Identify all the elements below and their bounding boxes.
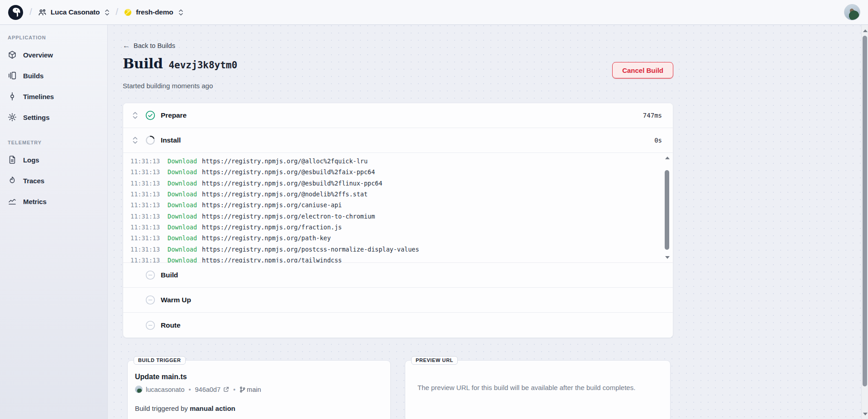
build-status-subtitle: Started building moments ago bbox=[123, 82, 673, 90]
user-avatar[interactable] bbox=[844, 4, 860, 20]
author-avatar bbox=[135, 386, 143, 393]
scroll-down-arrow[interactable] bbox=[862, 411, 868, 417]
log-level: Download bbox=[168, 180, 197, 187]
step-row-build[interactable]: Build bbox=[123, 263, 673, 288]
branch-name: main bbox=[247, 386, 261, 393]
step-label: Route bbox=[161, 321, 180, 329]
chevrons-up-down-icon[interactable] bbox=[132, 136, 138, 145]
project-switcher[interactable]: fresh-demo bbox=[124, 8, 183, 16]
card-label: PREVIEW URL bbox=[411, 356, 458, 365]
external-link-icon bbox=[223, 386, 229, 392]
log-message: https://registry.npmjs.org/tailwindcss bbox=[202, 257, 342, 262]
sidebar-item-logs[interactable]: Logs bbox=[0, 149, 107, 170]
trigger-type: manual action bbox=[190, 405, 235, 412]
step-duration: 0s bbox=[654, 137, 662, 144]
page-scrollbar[interactable] bbox=[861, 25, 868, 419]
log-level: Download bbox=[168, 213, 197, 220]
file-text-icon bbox=[8, 155, 17, 164]
step-row-warm-up[interactable]: Warm Up bbox=[123, 288, 673, 313]
card-label: BUILD TRIGGER bbox=[134, 356, 186, 365]
commit-sha: 946a0d7 bbox=[195, 386, 221, 393]
chevrons-up-down-icon[interactable] bbox=[132, 111, 138, 120]
git-branch-icon bbox=[240, 386, 245, 393]
log-line: 11:31:13Downloadhttps://registry.npmjs.o… bbox=[130, 156, 662, 167]
minus-circle-icon bbox=[145, 320, 155, 330]
back-to-builds-link[interactable]: ← Back to Builds bbox=[123, 42, 175, 50]
step-row-route[interactable]: Route bbox=[123, 313, 673, 338]
log-level: Download bbox=[168, 224, 197, 231]
main-content: ← Back to Builds Build 4evzj3k8ytm0 Canc… bbox=[108, 25, 868, 419]
step-label: Warm Up bbox=[161, 296, 191, 304]
log-message: https://registry.npmjs.org/caniuse-api bbox=[202, 201, 342, 209]
page-title: Build bbox=[123, 56, 163, 71]
log-level: Download bbox=[168, 257, 197, 262]
log-timestamp: 11:31:13 bbox=[130, 190, 160, 198]
sidebar-item-label: Metrics bbox=[23, 198, 47, 205]
minus-circle-icon bbox=[145, 270, 155, 280]
panels-icon bbox=[8, 71, 17, 80]
log-message: https://registry.npmjs.org/@esbuild%2fli… bbox=[202, 180, 382, 187]
trigger-description: Build triggered by manual action bbox=[135, 405, 383, 412]
users-icon bbox=[38, 8, 47, 17]
log-scrollbar[interactable] bbox=[664, 154, 671, 262]
log-timestamp: 11:31:13 bbox=[130, 180, 160, 187]
back-arrow-icon: ← bbox=[123, 42, 130, 50]
sidebar-item-settings[interactable]: Settings bbox=[0, 107, 107, 128]
step-label: Prepare bbox=[161, 111, 187, 119]
log-line: 11:31:13Downloadhttps://registry.npmjs.o… bbox=[130, 255, 662, 262]
sidebar-item-timelines[interactable]: Timelines bbox=[0, 86, 107, 107]
flame-icon bbox=[8, 176, 17, 185]
scroll-up-arrow[interactable] bbox=[664, 155, 671, 161]
sidebar-item-metrics[interactable]: Metrics bbox=[0, 191, 107, 212]
sidebar-item-label: Timelines bbox=[23, 93, 54, 100]
log-timestamp: 11:31:13 bbox=[130, 157, 160, 165]
log-timestamp: 11:31:13 bbox=[130, 246, 160, 253]
minus-circle-icon bbox=[145, 295, 155, 305]
log-message: https://registry.npmjs.org/@nodelib%2ffs… bbox=[202, 190, 368, 198]
log-scrollbar-thumb[interactable] bbox=[665, 170, 669, 250]
build-trigger-card: BUILD TRIGGER Update main.ts lucacasonat… bbox=[127, 360, 391, 419]
org-switcher[interactable]: Luca Casonato bbox=[38, 8, 110, 17]
sidebar-section-telemetry: TELEMETRY bbox=[0, 135, 107, 149]
breadcrumb-separator: / bbox=[115, 6, 118, 17]
sidebar-item-overview[interactable]: Overview bbox=[0, 44, 107, 65]
branch-label: main bbox=[240, 386, 261, 393]
log-line: 11:31:13Downloadhttps://registry.npmjs.o… bbox=[130, 233, 662, 243]
step-row-prepare[interactable]: Prepare 747ms bbox=[123, 103, 673, 128]
spinner-icon bbox=[145, 135, 155, 145]
step-row-install[interactable]: Install 0s bbox=[123, 128, 673, 153]
log-line: 11:31:13Downloadhttps://registry.npmjs.o… bbox=[130, 243, 662, 254]
sidebar-item-label: Logs bbox=[23, 156, 39, 164]
cube-icon bbox=[8, 50, 17, 59]
build-id: 4evzj3k8ytm0 bbox=[168, 60, 237, 71]
log-timestamp: 11:31:13 bbox=[130, 201, 160, 209]
install-log: 11:31:13Downloadhttps://registry.npmjs.o… bbox=[123, 153, 662, 262]
log-level: Download bbox=[168, 168, 197, 176]
step-duration: 747ms bbox=[643, 112, 662, 119]
log-timestamp: 11:31:13 bbox=[130, 257, 160, 262]
sidebar-item-traces[interactable]: Traces bbox=[0, 170, 107, 191]
chevron-up-down-icon bbox=[178, 9, 183, 16]
install-log-area: 11:31:13Downloadhttps://registry.npmjs.o… bbox=[123, 153, 673, 263]
scroll-up-arrow[interactable] bbox=[862, 28, 868, 34]
sidebar-item-label: Settings bbox=[23, 114, 49, 121]
log-level: Download bbox=[168, 190, 197, 198]
log-line: 11:31:13Downloadhttps://registry.npmjs.o… bbox=[130, 178, 662, 189]
commit-sha-link[interactable]: 946a0d7 bbox=[195, 386, 229, 393]
deno-logo-icon[interactable] bbox=[8, 5, 24, 20]
log-message: https://registry.npmjs.org/@alloc%2fquic… bbox=[202, 157, 368, 165]
page-scrollbar-thumb[interactable] bbox=[863, 36, 867, 386]
step-label: Build bbox=[161, 271, 178, 279]
gear-icon bbox=[8, 113, 17, 122]
log-timestamp: 11:31:13 bbox=[130, 224, 160, 231]
preview-url-card: PREVIEW URL The preview URL for this bui… bbox=[405, 360, 671, 419]
sidebar-item-builds[interactable]: Builds bbox=[0, 65, 107, 86]
cancel-build-button[interactable]: Cancel Build bbox=[612, 62, 673, 79]
topbar: / Luca Casonato / fresh-demo bbox=[0, 0, 868, 25]
log-level: Download bbox=[168, 234, 197, 242]
scroll-down-arrow[interactable] bbox=[664, 254, 671, 261]
log-message: https://registry.npmjs.org/path-key bbox=[202, 234, 331, 242]
log-timestamp: 11:31:13 bbox=[130, 213, 160, 220]
breadcrumb-org: Luca Casonato bbox=[51, 8, 100, 16]
commit-author: lucacasonato bbox=[146, 386, 184, 393]
